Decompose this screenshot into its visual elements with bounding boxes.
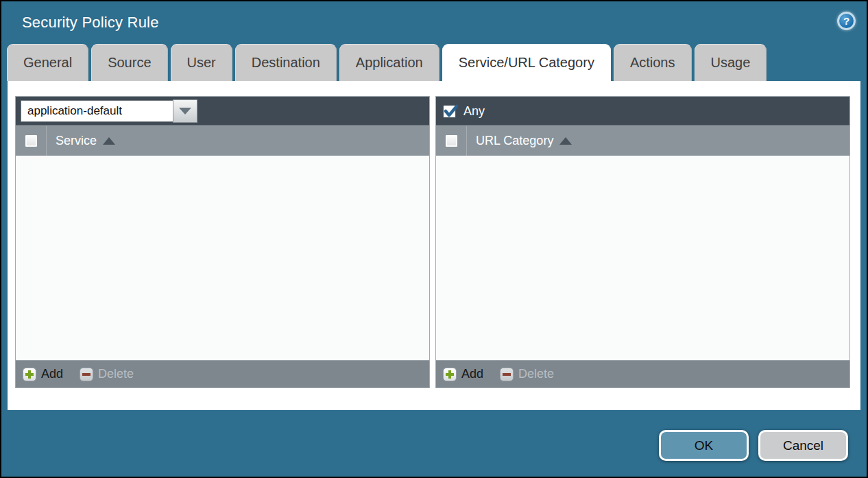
tab-general[interactable]: General — [7, 44, 88, 81]
chevron-down-icon — [179, 108, 191, 115]
any-checkbox-label[interactable]: Any — [463, 104, 485, 119]
add-plus-icon — [443, 368, 457, 381]
service-panel: Service Add Delete — [15, 96, 430, 388]
checkmark-icon — [443, 103, 459, 119]
service-toolbar: Add Delete — [16, 360, 429, 387]
tab-source[interactable]: Source — [91, 44, 167, 81]
service-type-combobox — [21, 100, 197, 122]
add-button-label: Add — [41, 367, 63, 381]
service-select-all-cell — [16, 126, 47, 156]
tab-bar: General Source User Destination Applicat… — [1, 44, 867, 81]
ok-button[interactable]: OK — [659, 430, 749, 461]
url-category-select-all-cell — [436, 126, 467, 156]
url-category-delete-button[interactable]: Delete — [500, 367, 554, 381]
delete-minus-icon — [80, 368, 93, 381]
tab-actions[interactable]: Actions — [614, 44, 692, 81]
tab-application[interactable]: Application — [339, 44, 439, 81]
tab-content: Service Add Delete — [8, 81, 860, 410]
tab-destination[interactable]: Destination — [235, 44, 337, 81]
service-column-label[interactable]: Service — [56, 134, 97, 148]
service-add-button[interactable]: Add — [23, 367, 63, 381]
url-category-add-button[interactable]: Add — [443, 367, 483, 381]
url-category-toolbar: Add Delete — [436, 360, 849, 387]
help-icon-glyph: ? — [843, 15, 849, 27]
sort-ascending-icon[interactable] — [103, 137, 115, 145]
help-icon[interactable]: ? — [837, 12, 856, 30]
service-select-all-checkbox[interactable] — [25, 134, 38, 147]
delete-button-label: Delete — [518, 367, 554, 381]
service-table-header: Service — [16, 126, 429, 156]
url-category-table-body[interactable] — [436, 156, 849, 360]
service-delete-button[interactable]: Delete — [80, 367, 134, 381]
tab-user[interactable]: User — [171, 44, 232, 81]
title-bar: Security Policy Rule ? — [1, 1, 867, 44]
url-category-any-bar: Any — [436, 97, 849, 126]
add-button-label: Add — [461, 367, 483, 381]
dialog-button-row: OK Cancel — [1, 410, 867, 477]
sort-ascending-icon[interactable] — [559, 137, 572, 145]
dialog-title: Security Policy Rule — [22, 14, 159, 32]
service-type-input[interactable] — [21, 100, 173, 122]
url-category-column-label[interactable]: URL Category — [476, 134, 553, 148]
any-checkbox[interactable] — [443, 105, 456, 118]
tab-service-url-category[interactable]: Service/URL Category — [442, 44, 611, 81]
tab-usage[interactable]: Usage — [695, 44, 767, 81]
service-type-dropdown-button[interactable] — [173, 99, 197, 123]
url-category-select-all-checkbox[interactable] — [445, 134, 458, 147]
url-category-table-header: URL Category — [436, 126, 849, 156]
cancel-button[interactable]: Cancel — [758, 430, 848, 461]
url-category-panel: Any URL Category Add — [435, 96, 850, 388]
delete-button-label: Delete — [98, 367, 134, 381]
add-plus-icon — [23, 368, 36, 381]
delete-minus-icon — [500, 368, 514, 381]
security-policy-rule-dialog: Security Policy Rule ? General Source Us… — [0, 0, 868, 478]
service-table-body[interactable] — [16, 156, 429, 360]
service-dropdown-bar — [16, 97, 429, 126]
